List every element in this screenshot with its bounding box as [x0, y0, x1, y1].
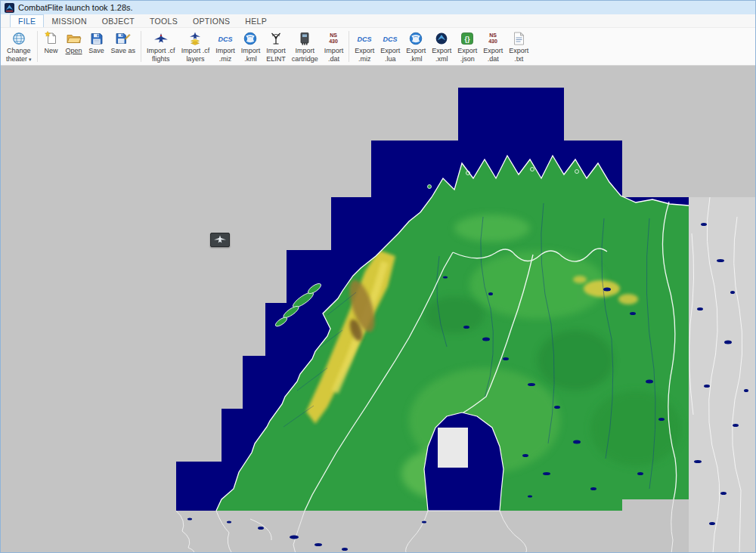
export-miz-button[interactable]: DCS Export.miz [352, 29, 377, 64]
svg-text:DCS: DCS [358, 36, 372, 43]
json-icon: {} [461, 30, 473, 46]
export-json-button[interactable]: {} Export.json [454, 29, 480, 64]
import-cf-layers-button[interactable]: Import .cflayers [178, 29, 213, 64]
dcs-logo-icon: DCS [382, 30, 398, 46]
combatflite-logo-icon [435, 30, 448, 46]
svg-text:{}: {} [465, 35, 471, 42]
import-cf-flights-button[interactable]: Import .cfflights [144, 29, 178, 64]
window-title: CombatFlite launch took 1.28s. [18, 3, 133, 12]
lowres-terrain-strip [689, 197, 755, 552]
svg-text:DCS: DCS [383, 36, 398, 43]
menu-object[interactable]: OBJECT [94, 14, 142, 27]
menu-mission[interactable]: MISSION [44, 14, 94, 27]
menu-file[interactable]: FILE [10, 14, 44, 27]
import-cartridge-button[interactable]: Importcartridge [289, 29, 321, 64]
open-folder-icon [67, 30, 82, 46]
jet-icon [153, 30, 169, 46]
combatflite-app-icon [5, 3, 14, 13]
file-toolbar: Changetheater▾ New Open Save Save [1, 28, 755, 66]
toolbar-separator [349, 31, 349, 62]
import-miz-button[interactable]: DCS Import.miz [212, 29, 238, 64]
dropdown-caret-icon: ▾ [29, 57, 32, 62]
export-txt-button[interactable]: Export.txt [506, 29, 531, 64]
text-file-icon [513, 30, 525, 46]
jet-layers-icon [187, 30, 203, 46]
export-kml-button[interactable]: Export.kml [403, 29, 429, 64]
save-as-button[interactable]: Save as [108, 29, 139, 64]
globe-icon [12, 30, 26, 46]
svg-text:NS: NS [489, 32, 497, 38]
map-viewport[interactable] [1, 66, 755, 552]
google-earth-globe-icon [409, 30, 423, 46]
toolbar-separator [37, 31, 38, 62]
svg-text:NS: NS [330, 32, 338, 38]
combatflite-window: CombatFlite launch took 1.28s. FILE MISS… [0, 0, 756, 553]
aircraft-marker[interactable] [210, 233, 230, 247]
new-document-icon [45, 30, 58, 46]
open-button[interactable]: Open [63, 29, 85, 64]
menu-options[interactable]: OPTIONS [185, 14, 237, 27]
save-button[interactable]: Save [85, 29, 108, 64]
antenna-icon [270, 30, 282, 46]
svg-text:DCS: DCS [218, 36, 232, 43]
export-lua-button[interactable]: DCS Export.lua [377, 29, 403, 64]
map-image [1, 66, 755, 552]
save-floppy-icon [91, 30, 103, 46]
toolbar-separator [141, 31, 141, 62]
import-elint-button[interactable]: ImportELINT [263, 29, 289, 64]
ns430-icon: NS430 [486, 30, 500, 46]
dcs-logo-icon: DCS [217, 30, 234, 46]
map-data-notch [438, 428, 468, 468]
import-dat-button[interactable]: NS430 Import.dat [321, 29, 347, 64]
save-as-floppy-icon [116, 30, 131, 46]
export-dat-button[interactable]: NS430 Export.dat [480, 29, 506, 64]
svg-text:430: 430 [330, 39, 339, 44]
new-button[interactable]: New [40, 29, 63, 64]
export-xml-button[interactable]: Export.xml [429, 29, 454, 64]
import-kml-button[interactable]: Import.kml [238, 29, 264, 64]
svg-text:430: 430 [488, 39, 497, 44]
dcs-logo-icon: DCS [356, 30, 373, 46]
aircraft-icon [212, 235, 228, 245]
menu-help[interactable]: HELP [237, 14, 274, 27]
titlebar: CombatFlite launch took 1.28s. [1, 1, 755, 14]
menu-tools[interactable]: TOOLS [142, 14, 185, 27]
cartridge-icon [299, 30, 310, 46]
ns430-icon: NS430 [327, 30, 340, 46]
menubar: FILE MISSION OBJECT TOOLS OPTIONS HELP [1, 14, 755, 28]
google-earth-globe-icon [243, 30, 257, 46]
change-theater-button[interactable]: Changetheater▾ [3, 29, 35, 64]
